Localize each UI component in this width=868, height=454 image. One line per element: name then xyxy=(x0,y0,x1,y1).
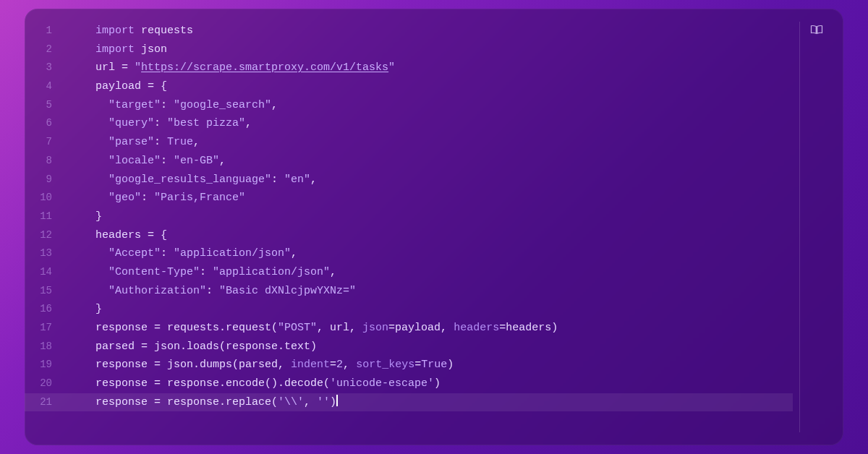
vertical-divider xyxy=(799,22,800,432)
line-number: 5 xyxy=(25,96,69,115)
code-content[interactable]: response = json.dumps(parsed, indent=2, … xyxy=(69,356,793,374)
code-content[interactable]: parsed = json.loads(response.text) xyxy=(69,338,793,356)
code-content[interactable]: import json xyxy=(69,40,793,59)
code-line[interactable]: 14 "Content-Type": "application/json", xyxy=(25,263,793,282)
code-content[interactable]: import requests xyxy=(69,22,793,40)
code-line[interactable]: 18 parsed = json.loads(response.text) xyxy=(25,338,793,356)
code-content[interactable]: response = response.replace('\\', '') xyxy=(69,393,793,412)
code-content[interactable]: "Authorization": "Basic dXNlcjpwYXNz=" xyxy=(69,282,793,301)
line-number: 12 xyxy=(25,226,69,245)
code-content[interactable]: "locale": "en-GB", xyxy=(69,152,793,171)
code-line[interactable]: 1 import requests xyxy=(25,22,793,40)
line-number: 21 xyxy=(25,393,69,412)
code-line[interactable]: 4 payload = { xyxy=(25,77,793,96)
code-content[interactable]: "parse": True, xyxy=(69,133,793,152)
code-content[interactable]: headers = { xyxy=(69,226,793,245)
book-icon[interactable] xyxy=(810,25,823,35)
line-number: 9 xyxy=(25,171,69,189)
line-number: 16 xyxy=(25,300,69,319)
line-number: 10 xyxy=(25,189,69,207)
line-number: 1 xyxy=(25,22,69,40)
line-number: 2 xyxy=(25,40,69,59)
code-line[interactable]: 19 response = json.dumps(parsed, indent=… xyxy=(25,356,793,374)
code-editor-panel[interactable]: 1 import requests2 import json3 url = "h… xyxy=(25,9,843,445)
text-cursor xyxy=(336,395,338,406)
line-number: 3 xyxy=(25,59,69,77)
line-number: 20 xyxy=(25,374,69,393)
line-number: 17 xyxy=(25,319,69,338)
code-content[interactable]: response = response.encode().decode('uni… xyxy=(69,374,793,393)
code-content[interactable]: payload = { xyxy=(69,77,793,96)
code-line[interactable]: 20 response = response.encode().decode('… xyxy=(25,374,793,393)
code-content[interactable]: } xyxy=(69,300,793,319)
code-content[interactable]: "Accept": "application/json", xyxy=(69,244,793,263)
line-number: 7 xyxy=(25,133,69,152)
code-line[interactable]: 7 "parse": True, xyxy=(25,133,793,152)
line-number: 4 xyxy=(25,77,69,96)
code-line[interactable]: 9 "google_results_language": "en", xyxy=(25,171,793,189)
line-number: 14 xyxy=(25,263,69,282)
line-number: 6 xyxy=(25,114,69,133)
line-number: 8 xyxy=(25,152,69,171)
code-line[interactable]: 8 "locale": "en-GB", xyxy=(25,152,793,171)
code-content[interactable]: } xyxy=(69,207,793,226)
code-content[interactable]: "target": "google_search", xyxy=(69,96,793,115)
code-area[interactable]: 1 import requests2 import json3 url = "h… xyxy=(25,22,843,411)
line-number: 19 xyxy=(25,356,69,374)
code-content[interactable]: "geo": "Paris,France" xyxy=(69,189,793,207)
code-line[interactable]: 15 "Authorization": "Basic dXNlcjpwYXNz=… xyxy=(25,282,793,301)
code-line[interactable]: 16 } xyxy=(25,300,793,319)
line-number: 15 xyxy=(25,282,69,301)
code-line[interactable]: 2 import json xyxy=(25,40,793,59)
code-content[interactable]: response = requests.request("POST", url,… xyxy=(69,319,793,338)
code-line[interactable]: 21 response = response.replace('\\', '') xyxy=(25,393,793,412)
code-line[interactable]: 11 } xyxy=(25,207,793,226)
code-line[interactable]: 13 "Accept": "application/json", xyxy=(25,244,793,263)
code-line[interactable]: 3 url = "https://scrape.smartproxy.com/v… xyxy=(25,59,793,77)
line-number: 18 xyxy=(25,338,69,356)
code-line[interactable]: 10 "geo": "Paris,France" xyxy=(25,189,793,207)
code-line[interactable]: 12 headers = { xyxy=(25,226,793,245)
code-line[interactable]: 6 "query": "best pizza", xyxy=(25,114,793,133)
line-number: 13 xyxy=(25,244,69,263)
code-content[interactable]: url = "https://scrape.smartproxy.com/v1/… xyxy=(69,59,793,77)
line-number: 11 xyxy=(25,207,69,226)
code-line[interactable]: 17 response = requests.request("POST", u… xyxy=(25,319,793,338)
code-content[interactable]: "query": "best pizza", xyxy=(69,114,793,133)
code-content[interactable]: "Content-Type": "application/json", xyxy=(69,263,793,282)
code-line[interactable]: 5 "target": "google_search", xyxy=(25,96,793,115)
code-content[interactable]: "google_results_language": "en", xyxy=(69,171,793,189)
